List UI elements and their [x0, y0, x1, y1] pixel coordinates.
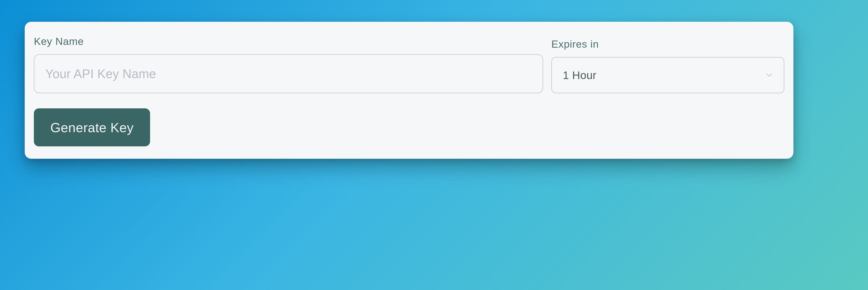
button-row: Generate Key: [34, 108, 784, 146]
key-name-label: Key Name: [34, 35, 543, 48]
key-name-field: Key Name: [34, 35, 543, 93]
expires-select[interactable]: 1 Hour: [551, 57, 784, 93]
form-row: Key Name Expires in 1 Hour: [34, 35, 784, 93]
expires-field: Expires in 1 Hour: [551, 38, 784, 93]
expires-label: Expires in: [551, 38, 784, 50]
generate-key-button[interactable]: Generate Key: [34, 108, 150, 146]
api-key-form-card: Key Name Expires in 1 Hour Generate Key: [25, 22, 794, 159]
key-name-input[interactable]: [34, 54, 543, 93]
expires-selected-value: 1 Hour: [551, 57, 784, 93]
